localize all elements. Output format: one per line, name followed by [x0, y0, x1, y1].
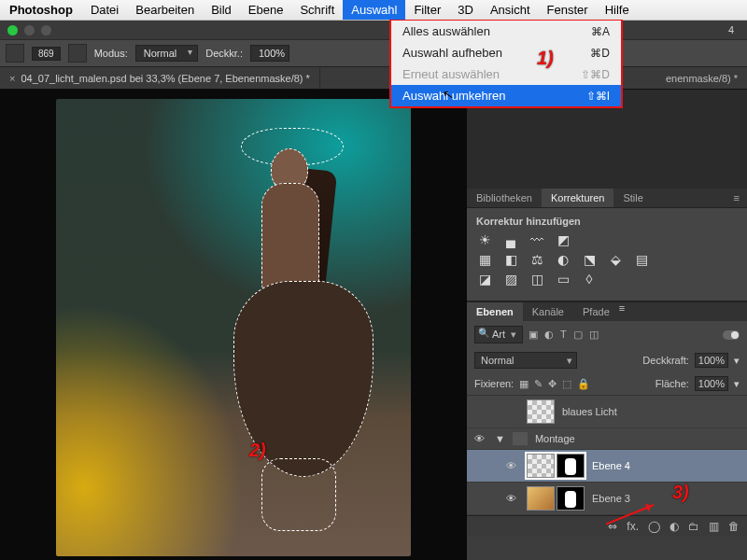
lock-all-icon[interactable]: 🔒	[577, 378, 590, 390]
adjustments-panel: Korrektur hinzufügen ☀ ▄ 〰 ◩ ▦ ◧ ⚖ ◐ ⬔ ⬙…	[467, 208, 747, 301]
fill-stepper-icon[interactable]: ▾	[734, 378, 740, 390]
annotation-3: 3)	[672, 482, 689, 503]
panel-menu-icon[interactable]: ≡	[726, 189, 747, 207]
visibility-toggle[interactable]: 👁	[474, 433, 487, 444]
layer-ebene-4[interactable]: 👁 Ebene 4	[467, 450, 747, 483]
selection-legs	[261, 458, 336, 531]
menu-filter[interactable]: Filter	[405, 0, 449, 20]
traffic-light-close-icon[interactable]	[7, 25, 18, 35]
tab-korrekturen[interactable]: Korrekturen	[542, 189, 613, 207]
cursor-icon	[442, 86, 456, 103]
mask-icon[interactable]: ◯	[648, 520, 660, 533]
visibility-toggle[interactable]: 👁	[506, 493, 519, 504]
menu-ansicht[interactable]: Ansicht	[482, 0, 539, 20]
tab-ebenen[interactable]: Ebenen	[467, 302, 523, 321]
traffic-light-max-icon[interactable]	[41, 25, 51, 35]
layer-blaues-licht[interactable]: blaues Licht	[467, 396, 747, 428]
adjustlayer-icon[interactable]: ◐	[669, 520, 679, 533]
curves-icon[interactable]: 〰	[529, 232, 545, 247]
disclosure-triangle-icon[interactable]: ▼	[495, 433, 505, 444]
auswahl-menu: Alles auswählen ⌘A Auswahl aufheben ⌘D E…	[389, 21, 623, 108]
layer-ebene-3[interactable]: 👁 Ebene 3	[467, 483, 747, 515]
menu-schrift[interactable]: Schrift	[291, 0, 343, 20]
brightness-icon[interactable]: ☀	[476, 232, 493, 247]
filter-adjust-icon[interactable]: ◐	[544, 329, 554, 341]
lock-transparency-icon[interactable]: ▦	[519, 378, 529, 390]
annotation-1: 1)	[537, 48, 554, 69]
lut-icon[interactable]: ▤	[633, 252, 650, 267]
filter-toggle[interactable]	[723, 330, 740, 340]
fx-icon[interactable]: fx.	[627, 520, 639, 533]
mask-thumb-icon	[557, 454, 585, 478]
layer-opacity-value[interactable]: 100%	[695, 353, 728, 368]
layer-thumb-icon	[527, 399, 555, 424]
colorbalance-icon[interactable]: ⚖	[529, 252, 545, 267]
group-icon[interactable]: 🗀	[688, 520, 699, 533]
menu-ebene[interactable]: Ebene	[240, 0, 292, 20]
vibrance-icon[interactable]: ▦	[476, 252, 493, 267]
document-tabs: × 04_07_licht_malen.psd bei 33,3% (Ebene…	[0, 67, 747, 90]
invert-icon[interactable]: ◪	[476, 272, 493, 287]
bw-icon[interactable]: ◐	[555, 252, 571, 267]
layer-blend-select[interactable]: Normal	[474, 352, 577, 369]
exposure-icon[interactable]: ◩	[555, 232, 571, 247]
canvas[interactable]: 2)	[0, 90, 467, 560]
fill-value[interactable]: 100%	[695, 376, 728, 391]
layer-group-montage[interactable]: 👁 ▼ Montage	[467, 428, 747, 450]
brush-preview-icon[interactable]	[6, 44, 24, 63]
filter-smart-icon[interactable]: ◫	[589, 329, 599, 341]
menu-item-alles-auswaehlen[interactable]: Alles auswählen ⌘A	[391, 21, 621, 42]
brush-size-value[interactable]: 869	[32, 47, 61, 61]
channelmixer-icon[interactable]: ⬙	[607, 252, 624, 267]
blend-mode-select[interactable]: Normal	[135, 45, 198, 62]
menu-fenster[interactable]: Fenster	[539, 0, 597, 20]
layers-footer: ⇔ fx. ◯ ◐ 🗀 ▥ 🗑	[467, 515, 747, 537]
tab-pfade[interactable]: Pfade	[573, 302, 619, 321]
layer-thumb-icon	[527, 454, 555, 478]
visibility-toggle[interactable]: 👁	[506, 460, 519, 471]
levels-icon[interactable]: ▄	[502, 232, 519, 247]
menu-item-erneut-auswaehlen: Erneut auswählen ⇧⌘D	[391, 63, 621, 85]
menu-bearbeiten[interactable]: Bearbeiten	[127, 0, 203, 20]
selective-icon[interactable]: ◊	[581, 272, 598, 287]
posterize-icon[interactable]: ▨	[502, 272, 519, 287]
document-tab-main[interactable]: × 04_07_licht_malen.psd bei 33,3% (Ebene…	[0, 67, 320, 89]
menu-datei[interactable]: Datei	[82, 0, 127, 20]
layers-menu-icon[interactable]: ≡	[619, 302, 625, 321]
tab-kanaele[interactable]: Kanäle	[523, 302, 573, 321]
filter-type-icon[interactable]: T	[560, 329, 567, 341]
menu-3d[interactable]: 3D	[449, 0, 482, 20]
layers-blend-row: Normal Deckkraft: 100% ▾	[467, 348, 747, 372]
tab-stile[interactable]: Stile	[613, 189, 652, 207]
mac-menubar: Photoshop Datei Bearbeiten Bild Ebene Sc…	[0, 0, 747, 21]
layer-kind-filter[interactable]: Art	[474, 326, 523, 343]
brush-preset-icon[interactable]	[68, 44, 87, 63]
selection-figure	[196, 132, 383, 533]
trash-icon[interactable]: 🗑	[728, 520, 740, 533]
lock-position-icon[interactable]: ✥	[548, 378, 557, 390]
window-chrome: 4	[0, 21, 747, 39]
filter-pixel-icon[interactable]: ▣	[529, 329, 538, 341]
menu-item-auswahl-aufheben[interactable]: Auswahl aufheben ⌘D	[391, 42, 621, 63]
hue-icon[interactable]: ◧	[502, 252, 519, 267]
layer-opacity-label: Deckkraft:	[642, 355, 689, 366]
opacity-stepper-icon[interactable]: ▾	[734, 355, 740, 367]
filter-shape-icon[interactable]: ▢	[573, 329, 583, 341]
tab-bibliotheken[interactable]: Bibliotheken	[467, 189, 542, 207]
menu-item-auswahl-umkehren[interactable]: Auswahl umkehren ⇧⌘I	[391, 85, 621, 106]
photofilter-icon[interactable]: ⬔	[581, 252, 598, 267]
lock-pixels-icon[interactable]: ✎	[534, 378, 543, 390]
menu-auswahl[interactable]: Auswahl	[343, 0, 405, 20]
opacity-value[interactable]: 100%	[250, 45, 289, 62]
lock-artboard-icon[interactable]: ⬚	[562, 378, 571, 390]
menu-bild[interactable]: Bild	[203, 0, 240, 20]
app-name: Photoshop	[0, 3, 82, 17]
close-tab-icon[interactable]: ×	[9, 73, 15, 84]
document-tab-main-label: 04_07_licht_malen.psd bei 33,3% (Ebene 7…	[21, 73, 309, 84]
gradientmap-icon[interactable]: ▭	[555, 272, 571, 287]
menu-hilfe[interactable]: Hilfe	[597, 0, 638, 20]
document-tab-secondary[interactable]: enenmaske/8) *	[656, 73, 747, 84]
traffic-light-min-icon[interactable]	[24, 25, 35, 35]
threshold-icon[interactable]: ◫	[529, 272, 545, 287]
newlayer-icon[interactable]: ▥	[709, 520, 719, 533]
